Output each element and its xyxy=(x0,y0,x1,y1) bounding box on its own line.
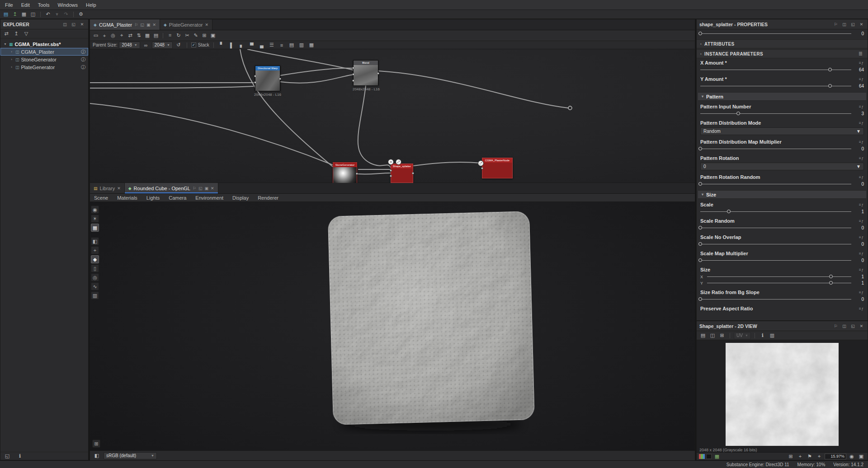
zoom-actual-icon[interactable]: ◉ xyxy=(848,453,856,460)
background-swatch[interactable] xyxy=(706,454,712,459)
save-icon[interactable]: ◫ xyxy=(29,11,37,18)
menu-materials[interactable]: Materials xyxy=(113,194,142,201)
collapse-arrow-icon[interactable]: › xyxy=(9,57,14,61)
tree-row-graph[interactable]: › ◫ StoneGenerator ⓘ xyxy=(0,56,88,63)
param-slider[interactable] xyxy=(700,209,851,214)
redo-icon[interactable]: ↷ xyxy=(62,11,70,18)
open-folder-icon[interactable]: ▦ xyxy=(20,11,28,18)
pin-icon[interactable]: ⚐ xyxy=(193,186,196,191)
close-icon[interactable]: ✕ xyxy=(79,21,85,28)
transform-icon[interactable]: ⌗ xyxy=(166,32,174,39)
collapse-arrow-icon[interactable]: › xyxy=(9,65,14,69)
function-graph-icon[interactable]: ≡ƒ xyxy=(859,61,864,65)
wire-end-connector[interactable] xyxy=(568,106,572,110)
param-slider[interactable] xyxy=(700,225,851,230)
settings-icon[interactable]: ⚙ xyxy=(77,11,85,18)
expand-arrow-icon[interactable]: ▾ xyxy=(3,42,7,46)
node-badge-expand-icon[interactable]: ⤢ xyxy=(478,160,484,166)
reset-size-icon[interactable]: ↺ xyxy=(175,42,183,49)
save-icon[interactable]: ◫ xyxy=(708,332,717,339)
align-left-icon[interactable]: ▘ xyxy=(218,42,226,49)
param-slider[interactable] xyxy=(707,281,851,285)
collapse-arrow-icon[interactable]: › xyxy=(9,50,14,54)
float-icon[interactable]: ◱ xyxy=(140,23,144,27)
spline-icon[interactable]: ∿ xyxy=(91,282,99,290)
function-graph-icon[interactable]: ≡ƒ xyxy=(859,105,864,109)
focus-icon[interactable]: ◎ xyxy=(109,32,117,39)
menu-scene[interactable]: Scene xyxy=(90,194,112,201)
close-icon[interactable]: ✕ xyxy=(205,23,208,27)
close-icon[interactable]: ✕ xyxy=(858,323,865,329)
stack-checkbox[interactable]: ✓ xyxy=(191,42,196,47)
reroute-icon[interactable]: ⇅ xyxy=(135,32,143,39)
function-graph-icon[interactable]: ≡ƒ xyxy=(859,290,864,295)
texture-preview[interactable] xyxy=(726,343,839,446)
node-shape-splatter[interactable]: Shape_splatter xyxy=(391,164,413,183)
pattern-section-header[interactable]: ▾ Pattern xyxy=(698,92,866,101)
function-graph-icon[interactable]: ≡ƒ xyxy=(859,307,864,311)
refresh-icon[interactable]: ↻ xyxy=(175,32,183,39)
display-mode-icon[interactable]: ▦ xyxy=(91,224,99,232)
menu-tools[interactable]: Tools xyxy=(34,1,54,9)
align-right-icon[interactable]: ▖ xyxy=(238,42,246,49)
output-pin[interactable] xyxy=(356,173,358,175)
tree-row-graph[interactable]: › ◫ CGMA_Plaster ⓘ xyxy=(0,48,88,56)
channels-icon[interactable] xyxy=(699,454,705,459)
attributes-section[interactable]: › ATTRIBUTES xyxy=(697,39,868,48)
uv-dropdown[interactable]: UV▼ xyxy=(734,332,751,339)
param-slider[interactable] xyxy=(700,84,851,89)
split-icon[interactable]: ◫ xyxy=(841,323,848,329)
close-icon[interactable]: ✕ xyxy=(152,23,156,27)
pan-icon[interactable]: + xyxy=(100,32,108,39)
size-section-header[interactable]: ▾ Size xyxy=(698,190,866,199)
info-icon[interactable]: ⓘ xyxy=(81,64,85,70)
cube-mesh-icon[interactable]: ◆ xyxy=(91,255,99,263)
link-mode-icon[interactable]: ⇄ xyxy=(126,32,134,39)
node-blend[interactable]: Blend xyxy=(353,60,378,85)
float-icon[interactable]: ◱ xyxy=(198,186,203,191)
tree-row-graph[interactable]: › ◫ PlateGenerator ⓘ xyxy=(0,63,88,71)
param-slider[interactable] xyxy=(700,182,851,187)
flag-icon[interactable]: ⚑ xyxy=(806,453,814,460)
histogram-icon[interactable]: ▥ xyxy=(91,291,99,300)
import-icon[interactable]: ↥ xyxy=(11,11,19,18)
maximize-icon[interactable]: ▣ xyxy=(146,23,151,27)
float-icon[interactable]: ◱ xyxy=(70,21,77,28)
visibility-icon[interactable]: ◎ xyxy=(91,273,99,281)
pattern-distribution-mode-dropdown[interactable]: Random▼ xyxy=(700,127,864,135)
input-pin[interactable] xyxy=(481,167,483,169)
axes-icon[interactable]: + xyxy=(91,246,99,254)
menu-environment[interactable]: Environment xyxy=(191,194,227,201)
align-center-icon[interactable]: ▌ xyxy=(228,42,236,49)
floor-grid-icon[interactable]: ⊞ xyxy=(92,440,100,448)
light-icon[interactable]: ☀ xyxy=(91,215,99,223)
align-top-icon[interactable]: ▀ xyxy=(248,42,256,49)
viewport-3d-tab[interactable]: ◆ Rounded Cube - OpenGL ⚐ ◱ ▣ ✕ xyxy=(125,183,218,193)
parent-width-dropdown[interactable]: 2048▼ xyxy=(119,42,140,49)
pin-icon[interactable]: ⚐ xyxy=(832,21,839,28)
split-icon[interactable]: ◫ xyxy=(841,21,848,28)
cut-links-icon[interactable]: ✂ xyxy=(183,32,191,39)
pin-icon[interactable]: ⚐ xyxy=(832,323,839,329)
output-pin[interactable] xyxy=(279,78,281,80)
function-graph-icon[interactable]: ≡ƒ xyxy=(859,252,864,256)
menu-camera[interactable]: Camera xyxy=(165,194,190,201)
tiling-grid-icon[interactable]: ⊞ xyxy=(787,453,795,460)
link-icon[interactable]: ⇄ xyxy=(2,30,10,37)
instance-parameters-section[interactable]: › INSTANCE PARAMETERS ☰ xyxy=(697,49,868,58)
input-pin[interactable] xyxy=(352,67,354,69)
function-graph-icon[interactable]: ≡ƒ xyxy=(859,77,864,81)
float-icon[interactable]: ◱ xyxy=(849,21,856,28)
maximize-icon[interactable]: ▣ xyxy=(205,186,209,191)
menu-display[interactable]: Display xyxy=(228,194,253,201)
param-slider[interactable] xyxy=(700,258,851,263)
pan-tool-icon[interactable]: + xyxy=(796,453,804,460)
float-icon[interactable]: ◱ xyxy=(849,323,856,329)
texture-icon[interactable]: ◧ xyxy=(91,237,99,245)
graph-tab-plategenerator[interactable]: ◈ PlateGenerator ✕ xyxy=(160,19,212,30)
copy-icon[interactable]: ⊞ xyxy=(718,332,726,339)
view2d-canvas[interactable]: 2048 x 2048 (Grayscale 16 bits) xyxy=(697,340,868,453)
image-preview-icon[interactable]: ▦ xyxy=(713,453,721,460)
input-pin[interactable] xyxy=(352,80,354,82)
node-stone-generator[interactable]: StoneGenerator xyxy=(333,162,357,183)
